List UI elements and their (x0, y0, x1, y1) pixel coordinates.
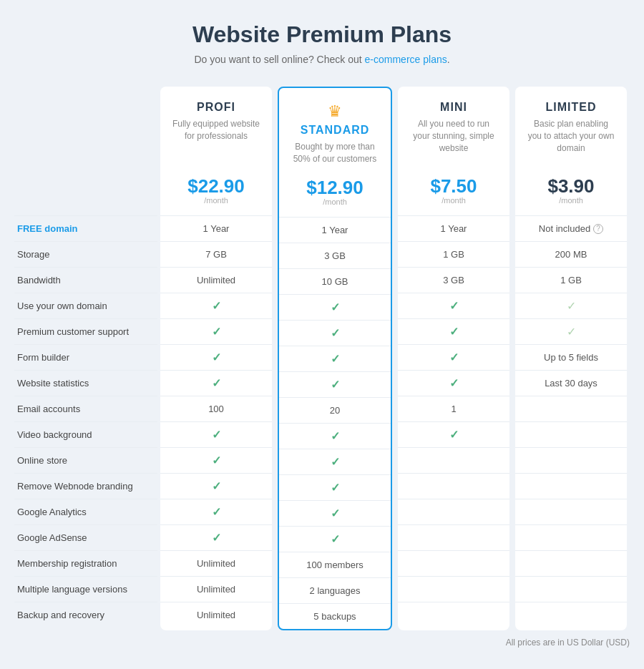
check-icon: ✓ (212, 454, 221, 467)
plan-period-standard: /month (323, 197, 347, 206)
plan-cell-profi-2: Unlimited (160, 267, 272, 293)
plan-cell-profi-15: Unlimited (160, 602, 272, 628)
plan-cell-standard-2: 10 GB (279, 268, 391, 294)
plan-cell-limited-8 (515, 421, 627, 447)
plan-price-standard: $12.90 (306, 177, 364, 199)
plan-description-mini: All you need to run your stunning, simpl… (409, 118, 499, 154)
plan-period-profi: /month (204, 196, 228, 205)
plan-cell-standard-0: 1 Year (279, 217, 391, 243)
plan-cell-mini-15 (398, 602, 509, 628)
plan-cell-standard-8: ✓ (279, 423, 391, 449)
feature-label-row-4: Premium customer support (14, 318, 157, 344)
check-icon: ✓ (212, 531, 221, 545)
check-light-icon: ✓ (567, 325, 576, 338)
feature-label-row-7: Email accounts (14, 396, 157, 421)
feature-label-row-5: Form builder (14, 344, 157, 370)
feature-label-row-11: Google Analytics (14, 499, 157, 524)
plan-cell-mini-2: 3 GB (398, 267, 509, 293)
features-column: FREE domainStorageBandwidthUse your own … (14, 87, 157, 630)
check-icon: ✓ (331, 352, 340, 366)
plan-cell-mini-13 (398, 550, 509, 576)
plan-name-standard: STANDARD (301, 124, 370, 137)
plan-card-profi: PROFIFully equipped website for professi… (160, 87, 272, 630)
plan-cell-mini-10 (398, 473, 509, 499)
plan-cell-limited-12 (515, 524, 627, 550)
plan-cell-standard-3: ✓ (279, 294, 391, 320)
check-icon: ✓ (331, 481, 340, 494)
plan-header-profi: PROFIFully equipped website for professi… (160, 87, 272, 215)
feature-label-row-15: Backup and recovery (14, 602, 157, 628)
plan-description-limited: Basic plan enabling you to attach your o… (526, 118, 616, 154)
plan-cell-limited-3: ✓ (515, 293, 627, 318)
feature-label-row-9: Online store (14, 447, 157, 473)
plan-cell-limited-0: Not included? (515, 215, 627, 241)
plan-price-mini: $7.50 (430, 175, 477, 197)
plan-cell-standard-15: 5 backups (279, 603, 391, 629)
plan-cell-profi-1: 7 GB (160, 241, 272, 267)
plan-cell-standard-13: 100 members (279, 552, 391, 577)
footer-note: All prices are in US Dollar (USD) (14, 638, 630, 648)
plan-cell-limited-5: Up to 5 fields (515, 344, 627, 370)
plan-cell-limited-14 (515, 576, 627, 602)
plan-cell-profi-8: ✓ (160, 421, 272, 447)
plan-header-standard: ♛STANDARDBought by more than 50% of our … (279, 88, 391, 217)
plan-price-limited: $3.90 (547, 175, 594, 197)
plan-card-mini: MINIAll you need to run your stunning, s… (398, 87, 509, 630)
plan-cell-limited-13 (515, 550, 627, 576)
page-title: Website Premium Plans (14, 21, 630, 48)
plan-header-mini: MINIAll you need to run your stunning, s… (398, 87, 509, 215)
check-icon: ✓ (449, 428, 459, 441)
plan-period-mini: /month (441, 196, 466, 205)
check-icon: ✓ (212, 428, 221, 441)
plan-cell-limited-6: Last 30 days (515, 370, 627, 396)
plan-cell-limited-11 (515, 499, 627, 524)
page-wrapper: Website Premium Plans Do you want to sel… (14, 21, 630, 648)
check-icon: ✓ (449, 299, 459, 313)
plan-cell-limited-2: 1 GB (515, 267, 627, 293)
plan-cell-standard-6: ✓ (279, 371, 391, 397)
crown-icon: ♛ (328, 102, 342, 121)
plan-name-profi: PROFI (197, 101, 235, 114)
check-icon: ✓ (212, 505, 221, 519)
check-icon: ✓ (331, 378, 340, 391)
check-icon: ✓ (449, 351, 459, 364)
plan-card-standard: ♛STANDARDBought by more than 50% of our … (278, 87, 392, 630)
plan-cell-standard-12: ✓ (279, 526, 391, 552)
plan-cell-profi-3: ✓ (160, 293, 272, 318)
plan-description-profi: Fully equipped website for professionals (171, 118, 261, 142)
check-icon: ✓ (212, 351, 221, 364)
check-icon: ✓ (331, 301, 340, 314)
check-icon: ✓ (212, 479, 221, 493)
subtitle-text: Do you want to sell online? Check out (194, 54, 364, 65)
feature-label-row-3: Use your own domain (14, 293, 157, 318)
page-header: Website Premium Plans Do you want to sel… (14, 21, 630, 65)
plan-cell-mini-6: ✓ (398, 370, 509, 396)
plan-cell-profi-4: ✓ (160, 318, 272, 344)
plan-cell-mini-7: 1 (398, 396, 509, 421)
plan-cell-mini-3: ✓ (398, 293, 509, 318)
plan-cell-mini-4: ✓ (398, 318, 509, 344)
check-icon: ✓ (331, 455, 340, 469)
plan-cell-limited-15 (515, 602, 627, 628)
feature-label-row-0: FREE domain (14, 215, 157, 241)
info-icon[interactable]: ? (593, 224, 603, 234)
plan-cell-profi-5: ✓ (160, 344, 272, 370)
plan-cell-profi-13: Unlimited (160, 550, 272, 576)
check-icon: ✓ (331, 429, 340, 443)
plan-cell-standard-7: 20 (279, 397, 391, 423)
page-subtitle: Do you want to sell online? Check out e-… (14, 54, 630, 65)
plan-cell-mini-8: ✓ (398, 421, 509, 447)
plan-cell-limited-9 (515, 447, 627, 473)
plan-cell-limited-4: ✓ (515, 318, 627, 344)
plan-cell-limited-10 (515, 473, 627, 499)
feature-label-row-13: Membership registration (14, 550, 157, 576)
plan-name-limited: LIMITED (546, 101, 597, 114)
plan-header-limited: LIMITEDBasic plan enabling you to attach… (515, 87, 627, 215)
check-icon: ✓ (212, 325, 221, 338)
plan-cell-standard-14: 2 languages (279, 577, 391, 603)
ecommerce-link[interactable]: e-commerce plans (365, 54, 447, 65)
plan-cell-profi-7: 100 (160, 396, 272, 421)
plans-container: FREE domainStorageBandwidthUse your own … (14, 87, 630, 630)
plan-cell-standard-1: 3 GB (279, 243, 391, 268)
plan-cell-mini-14 (398, 576, 509, 602)
